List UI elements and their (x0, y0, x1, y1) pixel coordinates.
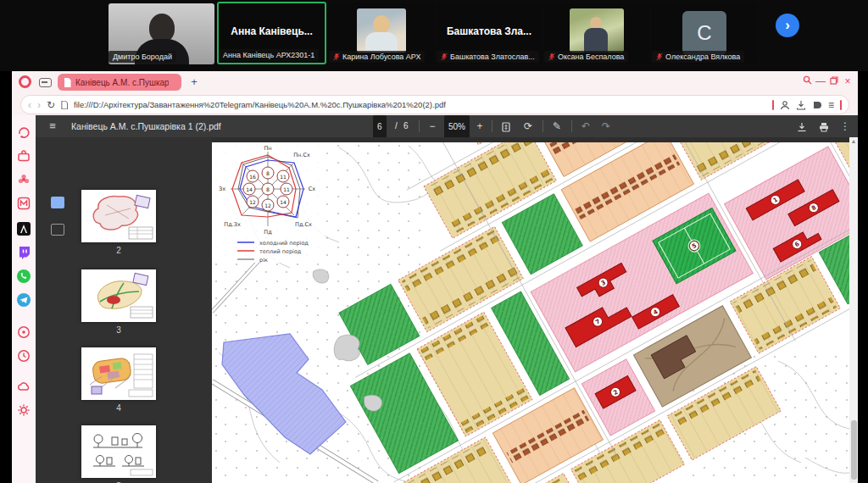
participant-tile[interactable]: C Олександра Вялкова (652, 3, 757, 64)
masterplan-drawing: 3 7 4 5 1 8 6 (212, 142, 849, 483)
opera-sidebar (12, 115, 36, 483)
scroll-up-arrow[interactable]: ▲ (849, 137, 858, 146)
thumbnails-view-icon[interactable] (51, 197, 64, 208)
annotate-pen-icon[interactable]: ✎ (549, 115, 565, 137)
svg-text:Зх: Зх (219, 186, 225, 192)
page-total: 6 (403, 115, 409, 137)
thumbnail-page-number: 4 (81, 403, 156, 413)
participant-tile[interactable]: Карина Лобусова АРХ (329, 3, 434, 64)
print-icon[interactable] (815, 115, 832, 137)
participant-name: Дмитро Бородай (108, 51, 176, 63)
pdf-page-area[interactable]: 3 7 4 5 1 8 6 (212, 137, 858, 483)
pdf-toolbar: ≡ Канівець А.М. с.Пушкарівка 1 (2).pdf 6… (36, 115, 858, 137)
close-button[interactable]: × (841, 75, 854, 88)
pdf-download-icon[interactable] (793, 115, 810, 137)
search-icon[interactable] (800, 75, 814, 88)
svg-text:11: 11 (283, 186, 290, 192)
svg-text:Пн.Сх: Пн.Сх (293, 152, 310, 158)
participant-overlay-name: Анна Канівець... (219, 25, 325, 37)
aria-icon[interactable] (17, 222, 31, 236)
zoom-in-button[interactable]: + (473, 115, 487, 137)
address-bar[interactable]: ‹ › ↻ file:///D:/Архітектура/Завантаженн… (20, 95, 849, 114)
telegram-icon[interactable] (17, 293, 31, 307)
back-icon[interactable]: ‹ (28, 100, 31, 110)
page-number-input[interactable]: 6 (373, 115, 387, 139)
new-tab-button[interactable]: + (186, 74, 202, 91)
svg-text:14: 14 (246, 186, 253, 192)
svg-text:рік: рік (259, 257, 268, 264)
participant-video (357, 8, 406, 53)
tab-title: Канівець А.М. с.Пушкар (75, 78, 169, 87)
pdf-thumbnail-sidebar: 2 3 (36, 137, 212, 483)
settings-gear-icon[interactable] (17, 403, 31, 417)
participant-name: Олександра Вялкова (652, 51, 744, 63)
svg-text:Сх: Сх (309, 186, 316, 192)
thumbnail-page-3[interactable] (81, 269, 156, 322)
participant-tile-active-speaker[interactable]: Анна Канівець... Анна Канівець АРХ2301-1 (217, 2, 326, 64)
maximize-button[interactable] (827, 75, 841, 88)
fit-page-icon[interactable] (498, 115, 514, 137)
wind-rose: 16 8 11 14 8 11 12 12 14 Пн Пн.Сх Сх Пд.… (215, 144, 326, 264)
more-options-icon[interactable]: ⋮ (839, 115, 851, 137)
twitch-icon[interactable] (17, 246, 31, 259)
rotate-icon[interactable]: ⟳ (520, 115, 536, 137)
profile-icon[interactable] (780, 100, 790, 110)
redo-icon[interactable]: ↷ (598, 115, 614, 137)
participant-name: Оксана Беспалова (544, 51, 628, 63)
minimize-button[interactable]: — (814, 75, 827, 88)
scrollbar-thumb[interactable] (851, 420, 857, 480)
download-icon[interactable] (796, 100, 806, 110)
pdf-viewer: ≡ Канівець А.М. с.Пушкарівка 1 (2).pdf 6… (36, 115, 858, 483)
page-separator: / (395, 115, 398, 137)
participant-name: Анна Канівець АРХ2301-1 (219, 49, 319, 61)
thumbnail-page-5[interactable] (81, 425, 156, 478)
flow-cloud-icon[interactable] (17, 380, 31, 393)
thumbnail-page-4[interactable] (81, 347, 156, 400)
outline-view-icon[interactable] (51, 224, 64, 236)
browser-window: Канівець А.М. с.Пушкар + — × ‹ › ↻ file:… (12, 71, 858, 483)
svg-text:Пд: Пд (264, 229, 272, 236)
pdf-menu-icon[interactable]: ≡ (44, 115, 61, 137)
participant-name: Башкатова Златослав... (437, 51, 539, 63)
thumbnail-page-number: 3 (81, 325, 156, 335)
participant-tile[interactable]: Башкатова Зла... Башкатова Златослав... (437, 3, 542, 64)
meeting-video-strip: Дмитро Бородай Анна Канівець... Анна Кан… (0, 0, 868, 71)
scrollbar[interactable]: ▲ (849, 137, 858, 483)
svg-text:12: 12 (264, 203, 271, 208)
muted-mic-icon (656, 53, 663, 61)
zoom-level[interactable]: 50% (444, 115, 470, 139)
participant-name: Карина Лобусова АРХ (329, 51, 425, 63)
pdf-page: 3 7 4 5 1 8 6 (212, 142, 849, 483)
next-participants-button[interactable]: › (776, 14, 799, 37)
history-clock-icon[interactable] (17, 349, 31, 363)
workspaces-icon[interactable] (39, 78, 52, 87)
participant-tile[interactable]: Дмитро Бородай (108, 3, 214, 64)
svg-text:14: 14 (280, 199, 287, 205)
url-text[interactable]: file:///D:/Архітектура/Завантаження%20Te… (74, 100, 766, 109)
zoom-out-button[interactable]: − (426, 115, 439, 137)
bookmarks-icon[interactable] (812, 100, 822, 110)
reload-icon[interactable]: ↻ (47, 100, 55, 110)
svg-text:теплий період: теплий період (259, 248, 302, 255)
svg-text:8: 8 (266, 170, 270, 176)
participant-tile[interactable]: Оксана Беспалова (544, 3, 649, 64)
briefcase-icon[interactable] (17, 149, 31, 163)
mail-icon[interactable] (17, 197, 31, 210)
opera-logo-icon[interactable] (19, 75, 31, 88)
participant-overlay-name: Башкатова Зла... (437, 25, 542, 37)
thumbnail-page-2[interactable] (81, 190, 156, 242)
thumbnail-page-number: 2 (81, 246, 156, 255)
svg-text:Пд.Сх: Пд.Сх (295, 221, 312, 228)
pdf-document-title: Канівець А.М. с.Пушкарівка 1 (2).pdf (71, 115, 221, 137)
forward-icon[interactable]: › (37, 100, 41, 110)
menu-icon[interactable]: ≡ (828, 100, 834, 110)
flower-icon[interactable] (17, 173, 31, 186)
whatsapp-icon[interactable] (17, 269, 31, 283)
active-tab[interactable]: Канівець А.М. с.Пушкар (58, 74, 181, 91)
participant-video (570, 8, 624, 53)
undo-icon[interactable]: ↶ (578, 115, 593, 137)
svg-text:16: 16 (249, 174, 256, 180)
record-dot-icon[interactable] (17, 325, 31, 339)
curved-arrow-icon[interactable] (17, 125, 31, 139)
svg-text:8: 8 (266, 186, 270, 192)
